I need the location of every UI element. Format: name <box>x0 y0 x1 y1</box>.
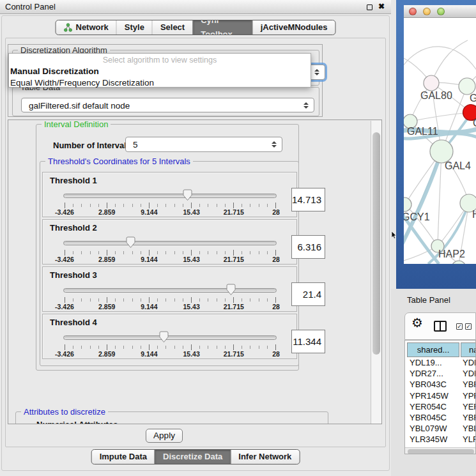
tick-labels: -3.4262.8599.14415.4321.71528 <box>65 208 276 216</box>
close-traffic-light-icon[interactable] <box>409 8 417 15</box>
tick-label: 15.43 <box>178 256 206 263</box>
network-graph: GAL80 GA C GAL11 GAL4 GCY1 H HAP2 <box>404 18 476 264</box>
node-bottom[interactable] <box>452 261 466 264</box>
slider-thumb[interactable] <box>226 284 236 296</box>
float-window-icon[interactable] <box>367 4 372 10</box>
threshold-slider[interactable] <box>65 331 275 345</box>
tick-label: 2.859 <box>93 303 121 311</box>
tab-label: Cyni Toolbox <box>201 20 245 35</box>
table-row[interactable]: YDL19...YDL1 <box>405 358 476 369</box>
algorithm-dropdown-popup: Select algorithm to view settings Manual… <box>8 53 311 88</box>
threshold-value-field[interactable]: 6.316 <box>291 235 325 259</box>
threshold-slider[interactable] <box>65 284 275 298</box>
table-row[interactable]: YDR27...YDR2 <box>405 369 476 380</box>
table-row[interactable]: YLR345WYLR3 <box>405 434 476 445</box>
threshold-label: Threshold 1 <box>50 176 97 185</box>
threshold-value-field[interactable]: 14.713 <box>291 188 325 211</box>
tick-label: 28 <box>262 350 290 358</box>
tab-style[interactable]: Style <box>116 20 152 35</box>
tick-label: 9.144 <box>135 303 163 311</box>
table-horizontal-scrollbar[interactable] <box>405 447 475 454</box>
tab-infer-network[interactable]: Infer Network <box>230 450 299 464</box>
table-data-combobox[interactable]: galFiltered.sif default node <box>21 98 314 112</box>
column-header-name[interactable]: na <box>461 342 476 357</box>
node-gal80[interactable] <box>424 75 439 91</box>
columns-icon[interactable] <box>434 321 447 332</box>
threshold-row: Threshold 4 -3.4262.8599.14415.4321.7152… <box>42 314 297 359</box>
tab-cyni-toolbox[interactable]: Cyni Toolbox <box>192 20 252 35</box>
node-label: GAL4 <box>445 160 471 171</box>
table-row[interactable]: YBR043CYBR0 <box>405 380 476 390</box>
tick-label: -3.426 <box>50 303 79 311</box>
tick-label: 2.859 <box>93 256 121 263</box>
application-window: Control Panel ✖ Network Style Select Cyn… <box>0 0 476 476</box>
table-row[interactable]: YBL079WYBL0 <box>405 424 476 434</box>
group-title: Interval Definition <box>42 119 111 129</box>
tab-jactivemnodules[interactable]: jActiveMNodules <box>252 20 335 35</box>
tick-label: 2.859 <box>93 208 121 216</box>
network-window-titlebar[interactable] <box>404 5 476 18</box>
dropdown-option-equal-width[interactable]: Equal Width/Frequency Discretization <box>9 77 311 89</box>
node-gcy1[interactable] <box>404 197 411 211</box>
combo-arrows-icon <box>303 102 309 109</box>
checkbox-icon[interactable]: ✓ <box>465 323 472 330</box>
checkbox-icon[interactable]: ✓ <box>456 323 463 330</box>
table-cell: YPR145W <box>410 391 449 401</box>
node-gal4[interactable] <box>430 140 453 163</box>
table-cell: YBR0 <box>463 413 476 422</box>
tab-label: Impute Data <box>100 450 147 464</box>
slider-track[interactable] <box>63 335 277 340</box>
zoom-traffic-light-icon[interactable] <box>437 8 445 15</box>
tick-labels: -3.4262.8599.14415.4321.71528 <box>65 256 276 263</box>
tick-label: 15.43 <box>178 303 206 311</box>
tab-discretize-data[interactable]: Discretize Data <box>155 450 230 464</box>
node-label: HAP2 <box>438 249 465 259</box>
tick-label: 15.43 <box>178 350 206 358</box>
threshold-value-field[interactable]: 11.344 <box>291 330 325 353</box>
threshold-slider[interactable] <box>65 189 275 203</box>
number-of-intervals-value: 5 <box>133 140 138 150</box>
slider-track[interactable] <box>63 241 277 245</box>
node-label: GAL80 <box>420 90 452 101</box>
tick-label: 21.715 <box>220 256 248 263</box>
node-attribute-table[interactable]: shared... na YDL19...YDL1YDR27...YDR2YBR… <box>404 340 476 454</box>
tick-label: 21.715 <box>220 350 248 358</box>
table-panel-title: Table Panel <box>407 295 450 305</box>
dropdown-prompt: Select algorithm to view settings <box>9 55 311 66</box>
apply-button[interactable]: Apply <box>146 429 183 443</box>
settings-scrollbar-thumb[interactable] <box>372 132 380 355</box>
slider-thumb[interactable] <box>126 236 135 249</box>
tab-impute-data[interactable]: Impute Data <box>92 450 155 464</box>
slider-thumb[interactable] <box>183 189 192 201</box>
cyni-toolbox-panel: Discretization Algorithm Table Data galF… <box>5 38 386 447</box>
threshold-value-field[interactable]: 21.4 <box>291 282 325 306</box>
tick-label: 2.859 <box>93 350 121 358</box>
table-cell: YBL0 <box>463 424 476 433</box>
control-panel-title: Control Panel <box>5 2 56 12</box>
table-cell: YER0 <box>463 402 476 411</box>
gear-icon[interactable]: ⚙ <box>411 316 423 329</box>
threshold-slider[interactable] <box>65 236 275 250</box>
slider-track[interactable] <box>63 288 277 293</box>
slider-track[interactable] <box>63 194 277 198</box>
slider-thumb[interactable] <box>159 331 169 343</box>
threshold-label: Threshold 3 <box>50 270 97 280</box>
number-of-intervals-label: Number of Intervals <box>53 141 131 150</box>
table-row[interactable]: YPR145WYPR1 <box>405 391 476 402</box>
tick-label: 28 <box>262 208 290 216</box>
column-header-shared[interactable]: shared... <box>407 342 459 357</box>
minimize-traffic-light-icon[interactable] <box>423 8 431 15</box>
number-of-intervals-combobox[interactable]: 5 <box>125 137 282 152</box>
settings-scrollbar[interactable] <box>371 121 381 424</box>
table-cell: YDL19... <box>410 358 442 367</box>
tab-network[interactable]: Network <box>56 20 116 35</box>
tab-label: Infer Network <box>238 450 291 464</box>
table-row[interactable]: YBR045CYBR0 <box>405 413 476 424</box>
close-icon[interactable]: ✖ <box>378 2 385 11</box>
table-scrollbar-thumb[interactable] <box>408 449 474 454</box>
network-view[interactable]: GAL80 GA C GAL11 GAL4 GCY1 H HAP2 <box>404 18 476 264</box>
table-row[interactable]: YER054CYER0 <box>405 402 476 413</box>
dropdown-option-manual[interactable]: Manual Discretization <box>9 66 311 77</box>
tab-select[interactable]: Select <box>152 20 192 35</box>
mouse-cursor <box>391 231 397 239</box>
